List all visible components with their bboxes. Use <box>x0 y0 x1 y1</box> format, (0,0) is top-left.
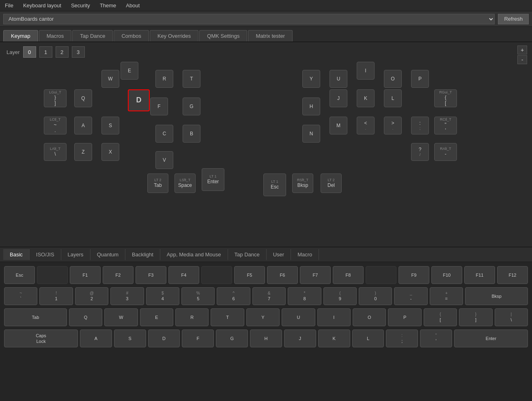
key-y[interactable]: Y <box>302 70 320 88</box>
grid-f7[interactable]: F7 <box>300 266 331 284</box>
key-b[interactable]: B <box>183 125 200 143</box>
cat-backlight[interactable]: Backlight <box>125 249 160 260</box>
grid-f3[interactable]: F3 <box>136 266 166 284</box>
menu-security[interactable]: Security <box>69 2 92 9</box>
cat-iso-jis[interactable]: ISO/JIS <box>30 249 61 260</box>
tab-keymap[interactable]: Keymap <box>3 30 38 41</box>
key-u[interactable]: U <box>330 70 347 88</box>
grid-minus[interactable]: _- <box>394 287 427 305</box>
layer-2-button[interactable]: 2 <box>56 46 69 58</box>
key-colon[interactable]: :; <box>411 117 429 134</box>
cat-tap-dance[interactable]: Tap Dance <box>228 249 267 260</box>
device-select[interactable]: AtomBoards cantor <box>3 14 495 24</box>
cat-macro[interactable]: Macro <box>291 249 319 260</box>
cat-basic[interactable]: Basic <box>3 249 30 260</box>
menu-about[interactable]: About <box>124 2 141 9</box>
refresh-button[interactable]: Refresh <box>498 14 529 24</box>
grid-s[interactable]: S <box>114 329 146 347</box>
grid-f1[interactable]: F1 <box>70 266 101 284</box>
key-t[interactable]: T <box>183 70 200 88</box>
grid-f2[interactable]: F2 <box>103 266 134 284</box>
key-slash[interactable]: ?/ <box>411 143 429 161</box>
menu-file[interactable]: File <box>3 2 15 9</box>
grid-a[interactable]: A <box>80 329 112 347</box>
grid-0[interactable]: )0 <box>359 287 392 305</box>
grid-semicolon[interactable]: :; <box>386 329 418 347</box>
cat-app-media-mouse[interactable]: App, Media and Mouse <box>160 249 228 260</box>
key-ralt-t[interactable]: RAlt_T - <box>434 143 457 161</box>
grid-k[interactable]: K <box>318 329 350 347</box>
key-s[interactable]: S <box>101 117 119 134</box>
grid-i[interactable]: I <box>317 308 351 326</box>
key-n[interactable]: N <box>302 125 320 143</box>
grid-f[interactable]: F <box>182 329 214 347</box>
key-i[interactable]: I <box>357 62 375 80</box>
grid-q[interactable]: Q <box>69 308 102 326</box>
grid-2[interactable]: @2 <box>75 287 108 305</box>
key-p[interactable]: P <box>411 70 429 88</box>
grid-f11[interactable]: F11 <box>464 266 495 284</box>
key-z[interactable]: Z <box>74 143 92 161</box>
tab-combos[interactable]: Combos <box>114 30 149 41</box>
grid-g[interactable]: G <box>216 329 248 347</box>
grid-f9[interactable]: F9 <box>398 266 429 284</box>
key-gt[interactable]: >. <box>384 117 402 134</box>
menu-theme[interactable]: Theme <box>98 2 118 9</box>
grid-h[interactable]: H <box>250 329 282 347</box>
tab-key-overrides[interactable]: Key Overrides <box>150 30 198 41</box>
layer-0-button[interactable]: 0 <box>23 46 36 58</box>
grid-7[interactable]: &7 <box>252 287 286 305</box>
cat-quantum[interactable]: Quantum <box>90 249 125 260</box>
key-lt1-enter[interactable]: LT 1 Enter <box>202 168 224 191</box>
grid-u[interactable]: U <box>282 308 315 326</box>
grid-rbracket[interactable]: }] <box>459 308 492 326</box>
key-lt1-esc[interactable]: LT 1 Esc <box>263 173 286 196</box>
tab-matrix-tester[interactable]: Matrix tester <box>248 30 293 41</box>
grid-tilde[interactable]: ~` <box>4 287 37 305</box>
grid-4[interactable]: $4 <box>146 287 179 305</box>
grid-f10[interactable]: F10 <box>431 266 462 284</box>
grid-enter[interactable]: Enter <box>454 329 528 347</box>
grid-p[interactable]: P <box>388 308 421 326</box>
grid-l[interactable]: L <box>352 329 384 347</box>
grid-e[interactable]: E <box>140 308 173 326</box>
key-l[interactable]: L <box>384 89 402 107</box>
key-c[interactable]: C <box>155 125 173 143</box>
key-v[interactable]: V <box>155 151 173 169</box>
grid-6[interactable]: ^6 <box>217 287 250 305</box>
key-e[interactable]: E <box>121 62 138 80</box>
key-lt2-tab[interactable]: LT 2 Tab <box>147 173 168 193</box>
grid-f5[interactable]: F5 <box>234 266 265 284</box>
key-d[interactable]: D <box>128 89 150 111</box>
grid-f12[interactable]: F12 <box>497 266 528 284</box>
grid-o[interactable]: O <box>353 308 386 326</box>
key-f[interactable]: F <box>150 98 168 115</box>
key-rsft-bksp[interactable]: RSft_T Bksp <box>292 173 313 193</box>
grid-equals[interactable]: += <box>430 287 463 305</box>
menu-keyboard-layout[interactable]: Keyboard layout <box>22 2 63 9</box>
grid-t[interactable]: T <box>211 308 244 326</box>
grid-lbracket[interactable]: {[ <box>424 308 457 326</box>
key-h[interactable]: H <box>302 98 320 115</box>
key-m[interactable]: M <box>330 117 347 134</box>
grid-d[interactable]: D <box>148 329 180 347</box>
key-lt[interactable]: <. <box>357 117 375 134</box>
key-o[interactable]: O <box>384 70 402 88</box>
key-lalt-t[interactable]: LAlt_T \ <box>44 143 67 161</box>
grid-3[interactable]: #3 <box>110 287 144 305</box>
grid-capslock[interactable]: CapsLock <box>4 329 78 347</box>
grid-8[interactable]: *8 <box>288 287 321 305</box>
key-a[interactable]: A <box>74 117 92 134</box>
key-rgui-t[interactable]: RGui_T { [ <box>434 89 457 107</box>
key-j[interactable]: J <box>330 89 347 107</box>
grid-9[interactable]: (9 <box>323 287 357 305</box>
tab-macros[interactable]: Macros <box>39 30 72 41</box>
layer-1-button[interactable]: 1 <box>39 46 52 58</box>
grid-tab[interactable]: Tab <box>4 308 67 326</box>
key-r[interactable]: R <box>155 70 173 88</box>
cat-layers[interactable]: Layers <box>61 249 90 260</box>
grid-bksp[interactable]: Bksp <box>465 287 528 305</box>
key-lsft-space[interactable]: LSft_T Space <box>174 173 196 193</box>
grid-f4[interactable]: F4 <box>168 266 199 284</box>
grid-1[interactable]: !1 <box>39 287 73 305</box>
